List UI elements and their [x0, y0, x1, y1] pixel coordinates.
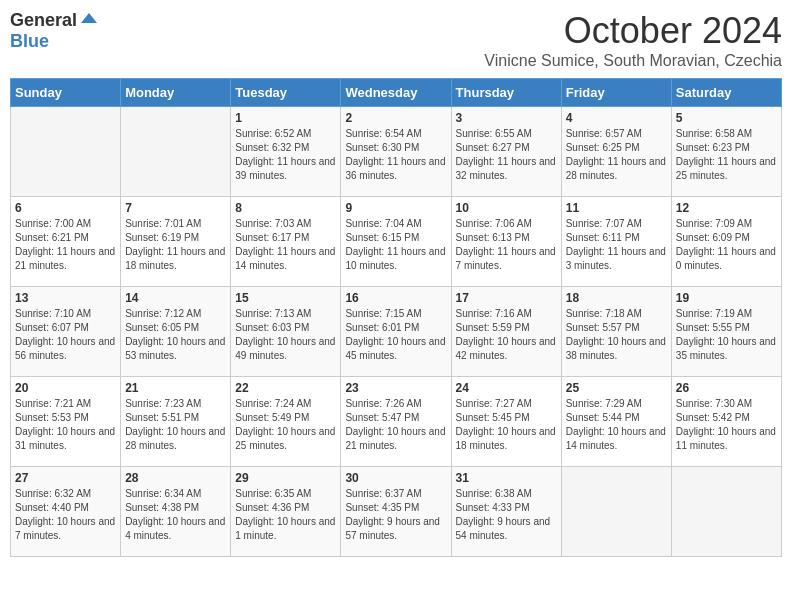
calendar-cell — [561, 467, 671, 557]
day-number: 16 — [345, 291, 446, 305]
day-info: Sunrise: 7:06 AMSunset: 6:13 PMDaylight:… — [456, 217, 557, 273]
day-info: Sunrise: 7:15 AMSunset: 6:01 PMDaylight:… — [345, 307, 446, 363]
day-header-sunday: Sunday — [11, 79, 121, 107]
day-info: Sunrise: 6:34 AMSunset: 4:38 PMDaylight:… — [125, 487, 226, 543]
day-info: Sunrise: 7:30 AMSunset: 5:42 PMDaylight:… — [676, 397, 777, 453]
day-info: Sunrise: 7:07 AMSunset: 6:11 PMDaylight:… — [566, 217, 667, 273]
logo-blue-text: Blue — [10, 31, 49, 52]
day-number: 26 — [676, 381, 777, 395]
day-number: 10 — [456, 201, 557, 215]
calendar-cell: 8Sunrise: 7:03 AMSunset: 6:17 PMDaylight… — [231, 197, 341, 287]
day-number: 5 — [676, 111, 777, 125]
day-info: Sunrise: 7:29 AMSunset: 5:44 PMDaylight:… — [566, 397, 667, 453]
calendar-cell: 22Sunrise: 7:24 AMSunset: 5:49 PMDayligh… — [231, 377, 341, 467]
calendar-cell: 26Sunrise: 7:30 AMSunset: 5:42 PMDayligh… — [671, 377, 781, 467]
day-info: Sunrise: 7:12 AMSunset: 6:05 PMDaylight:… — [125, 307, 226, 363]
day-info: Sunrise: 7:21 AMSunset: 5:53 PMDaylight:… — [15, 397, 116, 453]
logo-general-text: General — [10, 10, 77, 31]
calendar-cell: 24Sunrise: 7:27 AMSunset: 5:45 PMDayligh… — [451, 377, 561, 467]
day-number: 14 — [125, 291, 226, 305]
day-number: 27 — [15, 471, 116, 485]
day-number: 28 — [125, 471, 226, 485]
calendar-cell: 21Sunrise: 7:23 AMSunset: 5:51 PMDayligh… — [121, 377, 231, 467]
day-info: Sunrise: 7:23 AMSunset: 5:51 PMDaylight:… — [125, 397, 226, 453]
calendar-cell: 16Sunrise: 7:15 AMSunset: 6:01 PMDayligh… — [341, 287, 451, 377]
logo: General Blue — [10, 10, 99, 52]
calendar-cell — [671, 467, 781, 557]
day-info: Sunrise: 7:09 AMSunset: 6:09 PMDaylight:… — [676, 217, 777, 273]
calendar-cell: 14Sunrise: 7:12 AMSunset: 6:05 PMDayligh… — [121, 287, 231, 377]
calendar-cell: 11Sunrise: 7:07 AMSunset: 6:11 PMDayligh… — [561, 197, 671, 287]
day-header-monday: Monday — [121, 79, 231, 107]
day-info: Sunrise: 6:54 AMSunset: 6:30 PMDaylight:… — [345, 127, 446, 183]
calendar-cell: 17Sunrise: 7:16 AMSunset: 5:59 PMDayligh… — [451, 287, 561, 377]
day-number: 20 — [15, 381, 116, 395]
day-header-saturday: Saturday — [671, 79, 781, 107]
day-info: Sunrise: 6:57 AMSunset: 6:25 PMDaylight:… — [566, 127, 667, 183]
day-number: 6 — [15, 201, 116, 215]
day-info: Sunrise: 7:16 AMSunset: 5:59 PMDaylight:… — [456, 307, 557, 363]
day-number: 22 — [235, 381, 336, 395]
day-number: 23 — [345, 381, 446, 395]
day-number: 21 — [125, 381, 226, 395]
day-info: Sunrise: 7:18 AMSunset: 5:57 PMDaylight:… — [566, 307, 667, 363]
day-number: 11 — [566, 201, 667, 215]
day-header-friday: Friday — [561, 79, 671, 107]
logo-icon — [79, 11, 99, 31]
calendar-cell: 3Sunrise: 6:55 AMSunset: 6:27 PMDaylight… — [451, 107, 561, 197]
calendar-cell: 2Sunrise: 6:54 AMSunset: 6:30 PMDaylight… — [341, 107, 451, 197]
calendar-week-row: 27Sunrise: 6:32 AMSunset: 4:40 PMDayligh… — [11, 467, 782, 557]
calendar-table: SundayMondayTuesdayWednesdayThursdayFrid… — [10, 78, 782, 557]
location-subtitle: Vinicne Sumice, South Moravian, Czechia — [484, 52, 782, 70]
day-info: Sunrise: 7:26 AMSunset: 5:47 PMDaylight:… — [345, 397, 446, 453]
title-section: October 2024 Vinicne Sumice, South Morav… — [484, 10, 782, 70]
day-number: 4 — [566, 111, 667, 125]
day-info: Sunrise: 6:58 AMSunset: 6:23 PMDaylight:… — [676, 127, 777, 183]
day-header-wednesday: Wednesday — [341, 79, 451, 107]
day-number: 7 — [125, 201, 226, 215]
day-number: 19 — [676, 291, 777, 305]
day-info: Sunrise: 6:55 AMSunset: 6:27 PMDaylight:… — [456, 127, 557, 183]
day-info: Sunrise: 7:13 AMSunset: 6:03 PMDaylight:… — [235, 307, 336, 363]
day-number: 24 — [456, 381, 557, 395]
calendar-cell: 18Sunrise: 7:18 AMSunset: 5:57 PMDayligh… — [561, 287, 671, 377]
calendar-week-row: 6Sunrise: 7:00 AMSunset: 6:21 PMDaylight… — [11, 197, 782, 287]
day-info: Sunrise: 7:00 AMSunset: 6:21 PMDaylight:… — [15, 217, 116, 273]
calendar-cell — [121, 107, 231, 197]
day-number: 18 — [566, 291, 667, 305]
calendar-cell: 6Sunrise: 7:00 AMSunset: 6:21 PMDaylight… — [11, 197, 121, 287]
day-info: Sunrise: 6:52 AMSunset: 6:32 PMDaylight:… — [235, 127, 336, 183]
day-number: 31 — [456, 471, 557, 485]
calendar-cell: 10Sunrise: 7:06 AMSunset: 6:13 PMDayligh… — [451, 197, 561, 287]
day-number: 25 — [566, 381, 667, 395]
calendar-cell: 27Sunrise: 6:32 AMSunset: 4:40 PMDayligh… — [11, 467, 121, 557]
day-info: Sunrise: 7:03 AMSunset: 6:17 PMDaylight:… — [235, 217, 336, 273]
svg-marker-0 — [81, 13, 97, 23]
calendar-cell: 7Sunrise: 7:01 AMSunset: 6:19 PMDaylight… — [121, 197, 231, 287]
day-number: 15 — [235, 291, 336, 305]
day-info: Sunrise: 7:27 AMSunset: 5:45 PMDaylight:… — [456, 397, 557, 453]
calendar-week-row: 1Sunrise: 6:52 AMSunset: 6:32 PMDaylight… — [11, 107, 782, 197]
calendar-cell: 19Sunrise: 7:19 AMSunset: 5:55 PMDayligh… — [671, 287, 781, 377]
calendar-cell: 28Sunrise: 6:34 AMSunset: 4:38 PMDayligh… — [121, 467, 231, 557]
calendar-cell: 9Sunrise: 7:04 AMSunset: 6:15 PMDaylight… — [341, 197, 451, 287]
calendar-cell — [11, 107, 121, 197]
day-number: 1 — [235, 111, 336, 125]
day-info: Sunrise: 6:35 AMSunset: 4:36 PMDaylight:… — [235, 487, 336, 543]
day-number: 9 — [345, 201, 446, 215]
page-header: General Blue October 2024 Vinicne Sumice… — [10, 10, 782, 70]
calendar-cell: 12Sunrise: 7:09 AMSunset: 6:09 PMDayligh… — [671, 197, 781, 287]
day-info: Sunrise: 7:24 AMSunset: 5:49 PMDaylight:… — [235, 397, 336, 453]
day-header-thursday: Thursday — [451, 79, 561, 107]
calendar-header-row: SundayMondayTuesdayWednesdayThursdayFrid… — [11, 79, 782, 107]
day-number: 17 — [456, 291, 557, 305]
day-header-tuesday: Tuesday — [231, 79, 341, 107]
calendar-cell: 23Sunrise: 7:26 AMSunset: 5:47 PMDayligh… — [341, 377, 451, 467]
calendar-cell: 29Sunrise: 6:35 AMSunset: 4:36 PMDayligh… — [231, 467, 341, 557]
day-info: Sunrise: 7:04 AMSunset: 6:15 PMDaylight:… — [345, 217, 446, 273]
calendar-cell: 13Sunrise: 7:10 AMSunset: 6:07 PMDayligh… — [11, 287, 121, 377]
calendar-cell: 15Sunrise: 7:13 AMSunset: 6:03 PMDayligh… — [231, 287, 341, 377]
day-number: 3 — [456, 111, 557, 125]
day-info: Sunrise: 7:19 AMSunset: 5:55 PMDaylight:… — [676, 307, 777, 363]
calendar-cell: 31Sunrise: 6:38 AMSunset: 4:33 PMDayligh… — [451, 467, 561, 557]
